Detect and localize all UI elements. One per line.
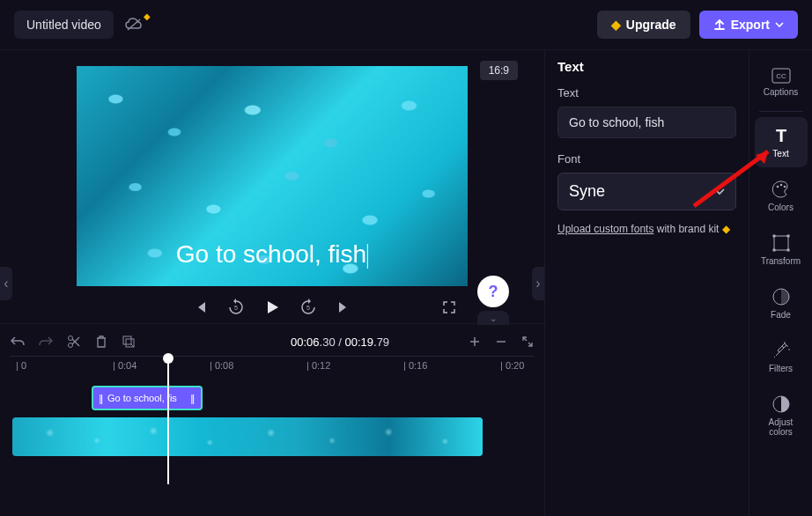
svg-point-18 [786, 345, 788, 347]
timeline-section: 00:06.30 / 00:19.79 | 0 | 0:04 | 0:08 | … [0, 323, 544, 386]
preview-container: Go to school, fish [0, 50, 544, 286]
help-button[interactable]: ? [477, 276, 509, 307]
text-field-label: Text [557, 86, 736, 100]
svg-point-14 [786, 234, 790, 238]
svg-point-11 [783, 186, 786, 188]
collapse-timeline-toggle[interactable]: ⌄ [477, 311, 509, 325]
ruler-mark: | 0:16 [403, 360, 427, 371]
skip-end-button[interactable] [336, 300, 351, 314]
zoom-in-button[interactable] [469, 335, 481, 348]
rewind-5-button[interactable]: 5 [227, 299, 245, 316]
zoom-out-button[interactable] [495, 335, 507, 348]
rail-filters[interactable]: Filters [755, 332, 808, 382]
rail-colors[interactable]: Colors [755, 171, 808, 221]
upgrade-label: Upgrade [626, 18, 676, 32]
chevron-down-icon [714, 188, 725, 195]
tool-rail: CC Captions T Text Colors Transform Fade… [749, 50, 812, 516]
forward-5-button[interactable]: 5 [299, 299, 317, 316]
delete-button[interactable] [95, 335, 107, 349]
upload-fonts-hint: Upload custom fonts with brand kit ◆ [557, 223, 736, 235]
fade-icon [771, 287, 791, 306]
undo-button[interactable] [11, 335, 25, 348]
svg-point-16 [786, 248, 790, 252]
export-button[interactable]: Export [699, 11, 798, 39]
panel-title: Text [557, 59, 736, 74]
redo-button[interactable] [39, 335, 53, 348]
filters-icon [771, 341, 791, 360]
svg-rect-4 [123, 336, 131, 344]
text-cursor [367, 244, 368, 269]
rail-captions[interactable]: CC Captions [755, 59, 808, 106]
svg-point-9 [776, 186, 779, 188]
preview-zone: 16:9 ‹ › Go to school, fish 5 5 ? ⌄ [0, 50, 544, 516]
upgrade-button[interactable]: ◆ Upgrade [597, 11, 690, 39]
ruler-mark: | 0:08 [210, 360, 233, 371]
svg-text:CC: CC [776, 72, 786, 80]
play-button[interactable] [264, 299, 280, 315]
topbar-left: Untitled video ◆ [14, 11, 144, 39]
timeline-ruler[interactable]: | 0 | 0:04 | 0:08 | 0:12 | 0:16 | 0:20 [11, 356, 534, 380]
overlay-text[interactable]: Go to school, fish [176, 240, 368, 269]
upload-icon [713, 18, 726, 31]
svg-rect-12 [774, 236, 788, 250]
gem-icon: ◆ [722, 223, 730, 235]
topbar: Untitled video ◆ ◆ Upgrade Export [0, 0, 812, 50]
rail-fade[interactable]: Fade [755, 278, 808, 328]
chevron-down-icon [775, 22, 784, 27]
svg-point-20 [788, 349, 790, 350]
export-label: Export [731, 18, 770, 32]
svg-point-19 [784, 342, 786, 343]
svg-point-13 [772, 234, 776, 238]
timeline-zoom-controls [469, 335, 534, 348]
preview-video[interactable]: Go to school, fish [77, 66, 468, 286]
timecode-display: 00:06.30 / 00:19.79 [291, 335, 389, 349]
rail-adjust-colors[interactable]: Adjust colors [755, 386, 808, 446]
cloud-sync-icon: ◆ [124, 17, 144, 33]
rail-transform[interactable]: Transform [755, 225, 808, 275]
transform-icon [771, 233, 791, 253]
font-select[interactable]: Syne [557, 173, 736, 210]
video-clip[interactable] [12, 417, 483, 456]
adjust-icon [771, 394, 791, 414]
playback-controls: 5 5 ? ⌄ [0, 286, 544, 323]
timeline-tracks: ‖ Go to school, fis ‖ [11, 380, 534, 386]
font-field-label: Font [557, 152, 736, 166]
playhead[interactable] [167, 357, 169, 484]
video-clip-thumbnail [12, 417, 483, 456]
text-clip[interactable]: ‖ Go to school, fis ‖ [92, 386, 203, 410]
ruler-mark: | 0:20 [500, 360, 524, 371]
video-title-button[interactable]: Untitled video [14, 11, 114, 39]
rail-text[interactable]: T Text [755, 117, 808, 167]
text-icon: T [771, 126, 791, 145]
svg-point-10 [779, 184, 782, 187]
palette-icon [771, 180, 791, 199]
diamond-badge-icon: ◆ [144, 11, 151, 21]
svg-text:5: 5 [306, 305, 310, 311]
properties-panel: Text Text Font Syne Upload custom fonts … [544, 50, 749, 516]
clip-handle-icon: ‖ [99, 393, 104, 404]
text-content-input[interactable] [557, 107, 736, 138]
upload-fonts-link[interactable]: Upload custom fonts [557, 223, 653, 235]
timeline-toolbar: 00:06.30 / 00:19.79 [11, 331, 534, 356]
main-area: 16:9 ‹ › Go to school, fish 5 5 ? ⌄ [0, 50, 812, 516]
fullscreen-button[interactable] [442, 300, 456, 314]
topbar-right: ◆ Upgrade Export [597, 11, 798, 39]
rail-divider [759, 111, 803, 112]
svg-point-15 [772, 248, 776, 252]
skip-start-button[interactable] [194, 300, 208, 314]
split-button[interactable] [67, 335, 81, 349]
captions-icon: CC [771, 68, 791, 84]
clip-handle-icon: ‖ [190, 393, 196, 404]
font-select-value: Syne [569, 182, 605, 201]
svg-point-2 [69, 336, 73, 341]
gem-icon: ◆ [611, 18, 621, 32]
ruler-mark: | 0 [16, 360, 26, 371]
svg-point-3 [69, 343, 73, 348]
ruler-mark: | 0:04 [113, 360, 137, 371]
ruler-mark: | 0:12 [306, 360, 330, 371]
svg-text:T: T [775, 126, 786, 145]
duplicate-button[interactable] [122, 335, 136, 349]
zoom-fit-button[interactable] [521, 335, 534, 348]
svg-text:5: 5 [234, 305, 238, 311]
